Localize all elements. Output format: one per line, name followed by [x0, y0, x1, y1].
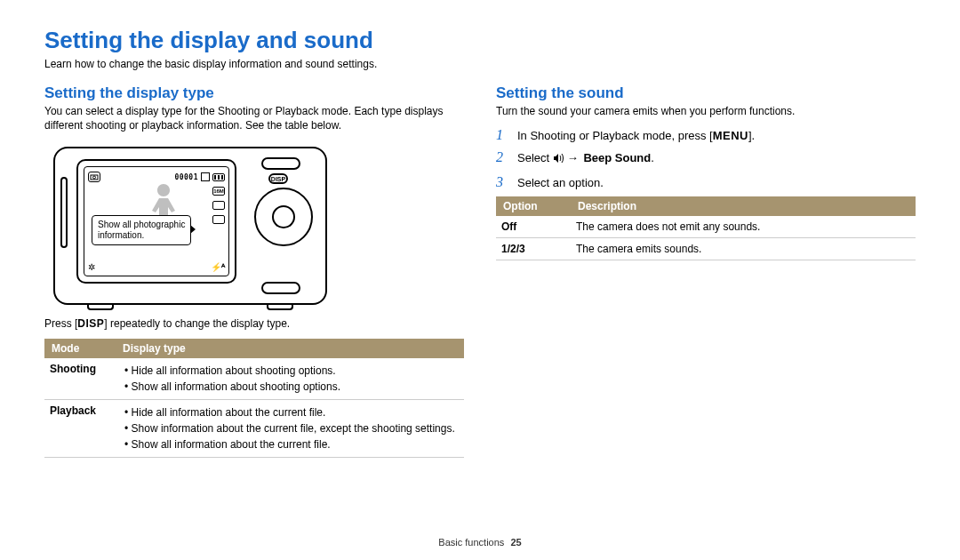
right-column: Setting the sound Turn the sound your ca…	[496, 84, 916, 458]
steps-list: 1 In Shooting or Playback mode, press [M…	[496, 127, 916, 191]
section-title-display-type: Setting the display type	[44, 84, 464, 102]
step-3: 3 Select an option.	[496, 174, 916, 191]
camera-top-button	[261, 157, 300, 170]
col-display-type: Display type	[116, 339, 464, 358]
camera-foot-left	[87, 305, 114, 310]
page-intro: Learn how to change the basic display in…	[44, 58, 916, 70]
step-number: 1	[496, 127, 508, 143]
lcd-screen: 00001 16M	[84, 166, 229, 276]
lcd-topbar: 00001	[88, 171, 225, 183]
battery-icon	[212, 173, 225, 181]
col-option: Option	[496, 196, 571, 216]
list-item: Show all information about shooting opti…	[124, 379, 459, 395]
mode-shooting: Shooting	[44, 358, 116, 400]
step-text-part: Select	[517, 151, 553, 164]
list-item: Hide all information about shooting opti…	[124, 363, 459, 379]
footer-page-number: 25	[510, 537, 521, 548]
flash-icon: ⚡ᴬ	[211, 262, 225, 272]
section-desc-sound: Turn the sound your camera emits when yo…	[496, 104, 916, 118]
camera-bottom-button	[261, 282, 300, 294]
opt-123: 1/2/3	[496, 237, 571, 260]
step-text-part: ].	[748, 129, 755, 142]
metering-icon	[212, 215, 225, 224]
lcd-counter: 00001	[174, 173, 198, 181]
step-text-part: Select an option.	[517, 175, 604, 191]
callout-line2: information.	[98, 230, 144, 240]
disp-key-label: DISP	[77, 317, 104, 330]
table-row: Playback Hide all information about the …	[44, 400, 464, 458]
table-row: 1/2/3 The camera emits sounds.	[496, 237, 916, 260]
opt-off-desc: The camera does not emit any sounds.	[571, 216, 916, 238]
mode-playback: Playback	[44, 400, 116, 458]
press-disp-instruction: Press [DISP] repeatedly to change the di…	[44, 317, 464, 330]
beep-sound-label: Beep Sound	[583, 151, 651, 164]
camera-mode-icon	[88, 172, 100, 182]
step-number: 2	[496, 149, 508, 165]
col-description: Description	[571, 196, 916, 216]
arrow-icon: →	[567, 151, 579, 164]
page-title: Setting the display and sound	[44, 27, 916, 54]
table-row: Off The camera does not emit any sounds.	[496, 216, 916, 238]
manual-page: Setting the display and sound Learn how …	[0, 0, 960, 560]
camera-strap-lug	[60, 177, 68, 248]
opt-123-desc: The camera emits sounds.	[571, 237, 916, 260]
page-footer: Basic functions 25	[0, 537, 960, 548]
disp-button-icon: DISP	[268, 173, 288, 184]
opt-off: Off	[496, 216, 571, 238]
sound-option-table: Option Description Off The camera does n…	[496, 196, 916, 260]
press-after: ] repeatedly to change the display type.	[104, 317, 290, 330]
left-column: Setting the display type You can select …	[44, 84, 464, 458]
section-desc-display-type: You can select a display type for the Sh…	[44, 104, 464, 132]
list: Hide all information about shooting opti…	[121, 363, 459, 395]
two-column-layout: Setting the display type You can select …	[44, 84, 916, 458]
step-number: 3	[496, 174, 508, 190]
step-text-part: .	[651, 151, 654, 164]
step-2: 2 Select → Beep Sound.	[496, 149, 916, 168]
footer-section-name: Basic functions	[438, 537, 504, 548]
table-row: Shooting Hide all information about shoo…	[44, 358, 464, 400]
stabilizer-icon: ✲	[88, 262, 95, 272]
lcd-right-icons: 16M	[212, 187, 225, 224]
col-mode: Mode	[44, 339, 116, 358]
list-item: Show all information about the current f…	[124, 436, 459, 452]
sd-card-icon	[201, 172, 210, 181]
display-type-table: Mode Display type Shooting Hide all info…	[44, 339, 464, 458]
list-item: Show information about the current file,…	[124, 420, 459, 436]
camera-foot-right	[267, 305, 293, 310]
press-before: Press [	[44, 317, 77, 330]
menu-key-label: MENU	[713, 129, 748, 142]
callout-line1: Show all photographic	[98, 220, 185, 229]
quality-icon	[212, 201, 225, 210]
list: Hide all information about the current f…	[121, 404, 459, 452]
speaker-icon	[553, 152, 565, 168]
step-text-part: In Shooting or Playback mode, press [	[517, 129, 713, 142]
step-1: 1 In Shooting or Playback mode, press [M…	[496, 127, 916, 144]
list-item: Hide all information about the current f…	[124, 404, 459, 420]
camera-dpad	[254, 188, 313, 246]
camera-illustration: DISP 00001	[48, 141, 332, 310]
resolution-icon: 16M	[212, 187, 225, 196]
section-title-sound: Setting the sound	[496, 84, 916, 102]
lcd-frame: 00001 16M	[76, 159, 236, 284]
svg-point-1	[93, 176, 96, 179]
lcd-callout: Show all photographic information.	[92, 215, 191, 245]
